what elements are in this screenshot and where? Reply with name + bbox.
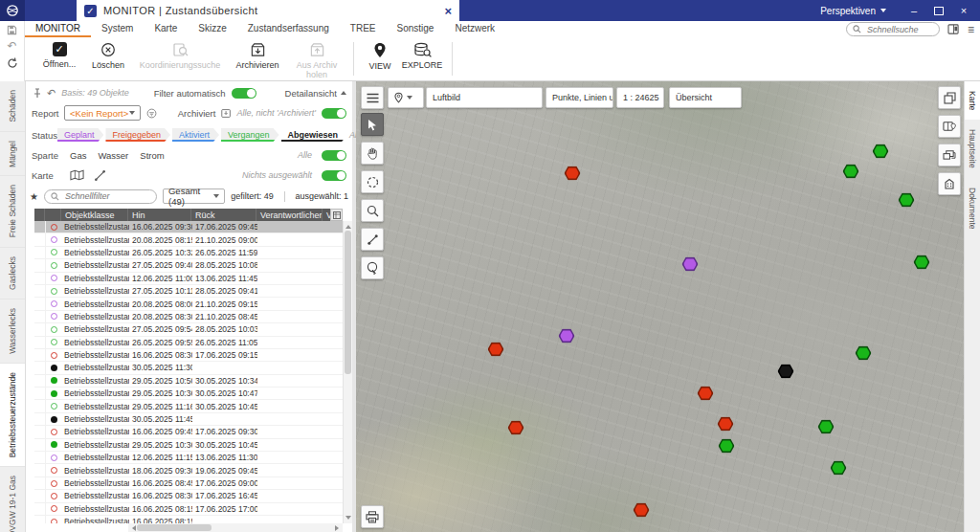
row-selector-cell[interactable] xyxy=(34,388,46,399)
table-row[interactable]: Betriebsstellzustand 16.06.2025 08:15:00 xyxy=(34,516,343,523)
hexagon-marker[interactable] xyxy=(778,365,794,379)
windows-cascade-button[interactable] xyxy=(938,144,961,166)
hexagon-marker[interactable] xyxy=(488,343,504,357)
menu-tab[interactable]: Sonstige xyxy=(386,21,444,35)
report-options-icon[interactable] xyxy=(146,107,157,120)
row-selector-cell[interactable] xyxy=(34,285,46,297)
scroll-left-arrow[interactable] xyxy=(128,523,137,532)
aus-archiv-holen-button[interactable]: Aus Archiv holen xyxy=(287,37,346,80)
hamburger-menu-icon[interactable]: ≡ xyxy=(968,24,974,35)
draw-line-icon[interactable] xyxy=(94,169,106,182)
archiviert-toggle[interactable] xyxy=(322,108,346,119)
tab-close-icon[interactable]: × xyxy=(444,4,452,18)
table-row[interactable]: Betriebsstellzustand 20.08.2025 08:00:00… xyxy=(34,298,343,310)
row-selector-cell[interactable] xyxy=(34,337,46,348)
hexagon-marker[interactable] xyxy=(914,255,930,270)
hexagon-marker[interactable] xyxy=(843,165,859,179)
row-selector-cell[interactable] xyxy=(34,426,46,437)
map-book-button[interactable] xyxy=(938,115,961,138)
table-row[interactable]: Betriebsstellzustand 29.05.2025 10:36:00… xyxy=(34,439,343,452)
row-selector-cell[interactable] xyxy=(34,464,46,476)
scroll-down-arrow[interactable] xyxy=(344,515,352,523)
hexagon-marker[interactable] xyxy=(698,387,714,401)
hexagon-marker[interactable] xyxy=(565,166,581,181)
row-selector-cell[interactable] xyxy=(34,311,46,322)
vertical-scroll-thumb[interactable] xyxy=(345,231,351,374)
right-tab[interactable]: Karte xyxy=(965,81,980,120)
overview-window-button[interactable] xyxy=(938,86,961,109)
city-grid-button[interactable] xyxy=(938,172,961,195)
quick-search[interactable] xyxy=(846,22,940,36)
view-button[interactable]: VIEW xyxy=(361,37,399,80)
row-selector-cell[interactable] xyxy=(34,375,46,387)
karte-toggle[interactable] xyxy=(322,170,346,181)
menu-tab[interactable]: Netzwerk xyxy=(444,21,505,35)
detailansicht-toggle[interactable]: Detailansicht xyxy=(285,88,346,99)
lasso-tool-button[interactable] xyxy=(361,256,384,279)
left-tab[interactable]: Mängel xyxy=(0,132,25,177)
row-selector-cell[interactable] xyxy=(34,503,46,515)
table-row[interactable]: Betriebsstellzustand 26.05.2025 10:32:00… xyxy=(34,247,343,259)
row-selector-cell[interactable] xyxy=(34,516,46,523)
hexagon-marker[interactable] xyxy=(634,503,650,518)
table-row[interactable]: Betriebsstellzustand 29.05.2025 10:50:00… xyxy=(34,375,343,388)
sparte-option[interactable]: Wasser xyxy=(98,150,128,161)
row-selector-cell[interactable] xyxy=(34,490,46,501)
save-icon[interactable] xyxy=(7,25,17,35)
header-verantwortlicher-hin[interactable]: Verantwortlicher Hin xyxy=(256,209,323,221)
sparte-option[interactable]: Gas xyxy=(70,150,86,161)
table-row[interactable]: Betriebsstellzustand 16.06.2025 08:45:00… xyxy=(34,477,343,490)
perspektiven-menu[interactable]: Perspektiven xyxy=(820,6,886,16)
column-settings-icon[interactable] xyxy=(330,209,343,221)
table-row[interactable]: Betriebsstellzustand 30.05.2025 11:30:00 xyxy=(34,362,343,374)
map-layer-field[interactable]: Luftbild xyxy=(426,87,543,108)
row-selector-cell[interactable] xyxy=(34,247,46,258)
pan-tool-button[interactable] xyxy=(361,142,384,165)
table-row[interactable]: Betriebsstellzustand 12.06.2025 11:00:00… xyxy=(34,273,343,285)
quick-filter[interactable] xyxy=(44,189,157,204)
hexagon-marker[interactable] xyxy=(818,420,835,434)
sparte-toggle[interactable] xyxy=(322,150,346,161)
left-tab[interactable]: Betriebssteuerzustände xyxy=(0,364,25,467)
left-tab[interactable]: Gaslecks xyxy=(0,248,25,299)
row-selector-cell[interactable] xyxy=(34,349,46,361)
table-row[interactable]: Betriebsstellzustand 16.06.2025 08:30:00… xyxy=(34,490,343,502)
filter-auto-toggle[interactable] xyxy=(232,88,256,99)
menu-tab[interactable]: Karte xyxy=(144,21,188,35)
status-chip[interactable]: Abgewiesen xyxy=(281,128,348,142)
row-selector-cell[interactable] xyxy=(34,362,46,373)
scroll-up-arrow[interactable] xyxy=(344,221,352,230)
map-select-icon[interactable] xyxy=(70,169,84,181)
koordinierungssuche-button[interactable]: Koordinierungssuche xyxy=(132,37,228,80)
table-row[interactable]: Betriebsstellzustand 16.06.2025 09:45:00… xyxy=(34,426,343,438)
left-tab[interactable]: Schäden xyxy=(0,81,25,132)
table-row[interactable]: Betriebsstellzustand 27.05.2025 09:54:00… xyxy=(34,323,343,336)
row-selector-cell[interactable] xyxy=(34,413,46,425)
header-hin[interactable]: Hin xyxy=(128,209,191,221)
right-tab[interactable]: Hauptseite xyxy=(965,120,980,178)
row-selector-cell[interactable] xyxy=(34,477,46,489)
map-menu-button[interactable] xyxy=(361,86,384,109)
loeschen-button[interactable]: Löschen xyxy=(84,37,132,80)
map-mode-field[interactable]: Punkte, Linien und Te xyxy=(546,87,613,108)
undo-icon[interactable]: ↶ xyxy=(7,40,16,53)
menu-tab[interactable]: Skizze xyxy=(188,21,236,35)
left-tab[interactable]: DVGW 19-1 Gas xyxy=(0,467,25,532)
undo-filter-icon[interactable]: ↶ xyxy=(47,87,56,100)
menu-tab[interactable]: MONITOR xyxy=(25,21,91,37)
close-button[interactable]: × xyxy=(951,0,976,21)
horizontal-scroll-thumb[interactable] xyxy=(137,524,212,531)
header-rueck[interactable]: Rück xyxy=(191,209,256,221)
row-selector-cell[interactable] xyxy=(34,273,46,284)
report-dropdown[interactable]: <Kein Report> xyxy=(64,105,141,121)
menu-tab[interactable]: Zustandserfassung xyxy=(237,21,340,35)
left-tab[interactable]: Wasserlecks xyxy=(0,299,25,364)
hexagon-marker[interactable] xyxy=(856,346,872,361)
status-chip[interactable]: Freigegeben xyxy=(105,128,170,142)
sparte-option[interactable]: Strom xyxy=(140,150,164,161)
right-tab[interactable]: Dokumente xyxy=(965,178,980,238)
hexagon-marker[interactable] xyxy=(559,329,575,344)
table-row[interactable]: Betriebsstellzustand 18.06.2025 09:30:00… xyxy=(34,464,343,477)
table-row[interactable]: Betriebsstellzustand 29.05.2025 10:36:00… xyxy=(34,388,343,400)
document-tab[interactable]: ✓ MONITOR | Zustandsübersicht × xyxy=(77,0,459,21)
